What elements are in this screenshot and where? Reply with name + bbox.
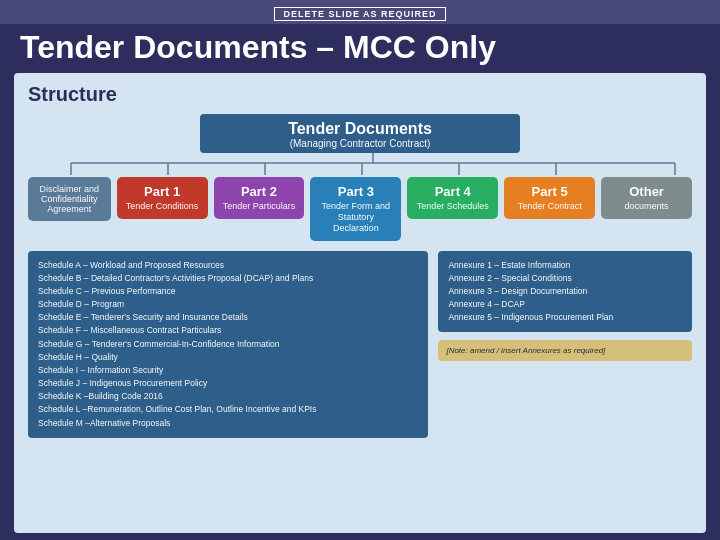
note-box: [Note: amend / insert Annexures as requi… [438,340,692,361]
annexure-item: Annexure 1 – Estate Information [448,259,682,272]
connector-svg [28,153,718,175]
annexures-col: Annexure 1 – Estate InformationAnnexure … [438,251,692,438]
part5-sub: Tender Contract [508,201,591,212]
schedule-item: Schedule J – Indigenous Procurement Poli… [38,377,418,390]
schedule-item: Schedule A – Workload and Proposed Resou… [38,259,418,272]
part2-sub: Tender Particulars [218,201,301,212]
part5-box: Part 5 Tender Contract [504,177,595,219]
page-title: Tender Documents – MCC Only [20,30,700,65]
schedule-list: Schedule A – Workload and Proposed Resou… [38,259,418,430]
schedule-item: Schedule I – Information Security [38,364,418,377]
schedule-item: Schedule F – Miscellaneous Contract Part… [38,324,418,337]
part3-label: Part 3 [314,184,397,199]
part1-sub: Tender Conditions [121,201,204,212]
schedules-col: Schedule A – Workload and Proposed Resou… [28,251,428,438]
other-box: Other documents [601,177,692,219]
other-sub: documents [605,201,688,212]
schedule-item: Schedule G – Tenderer's Commercial-In-Co… [38,338,418,351]
delete-banner-text: DELETE SLIDE AS REQUIRED [274,7,445,21]
schedule-item: Schedule L –Remuneration, Outline Cost P… [38,403,418,416]
part2-box: Part 2 Tender Particulars [214,177,305,219]
other-label: Other [605,184,688,199]
part1-box: Part 1 Tender Conditions [117,177,208,219]
delete-banner: DELETE SLIDE AS REQUIRED [0,0,720,24]
schedule-item: Schedule B – Detailed Contractor's Activ… [38,272,418,285]
annexure-item: Annexure 3 – Design Documentation [448,285,682,298]
tender-docs-subtitle: (Managing Contractor Contract) [200,138,520,149]
schedule-item: Schedule C – Previous Performance [38,285,418,298]
schedule-item: Schedule E – Tenderer's Security and Ins… [38,311,418,324]
main-title-area: Tender Documents – MCC Only [0,24,720,73]
part4-label: Part 4 [411,184,494,199]
bottom-row: Schedule A – Workload and Proposed Resou… [28,251,692,438]
part1-label: Part 1 [121,184,204,199]
part3-box: Part 3 Tender Form and Statutory Declara… [310,177,401,240]
schedule-item: Schedule K –Building Code 2016 [38,390,418,403]
annexure-item: Annexure 4 – DCAP [448,298,682,311]
schedule-item: Schedule H – Quality [38,351,418,364]
structure-title: Structure [28,83,692,106]
content-area: Structure Tender Documents (Managing Con… [14,73,706,533]
schedule-item: Schedule D – Program [38,298,418,311]
parts-row: Disclaimer and Confidentiality Agreement… [28,177,692,240]
annexure-item: Annexure 5 – Indigenous Procurement Plan [448,311,682,324]
part2-label: Part 2 [218,184,301,199]
tender-docs-box: Tender Documents (Managing Contractor Co… [200,114,520,153]
part4-sub: Tender Schedules [411,201,494,212]
part4-box: Part 4 Tender Schedules [407,177,498,219]
page: DELETE SLIDE AS REQUIRED Tender Document… [0,0,720,540]
part3-sub: Tender Form and Statutory Declaration [314,201,397,233]
schedule-item: Schedule M –Alternative Proposals [38,417,418,430]
note-text: [Note: amend / insert Annexures as requi… [446,346,605,355]
part-disclaimer: Disclaimer and Confidentiality Agreement [28,177,111,221]
tender-docs-title: Tender Documents [200,120,520,138]
annexure-item: Annexure 2 – Special Conditions [448,272,682,285]
part5-label: Part 5 [508,184,591,199]
part-disclaimer-label: Disclaimer and Confidentiality Agreement [40,184,100,214]
annexures-box: Annexure 1 – Estate InformationAnnexure … [438,251,692,333]
